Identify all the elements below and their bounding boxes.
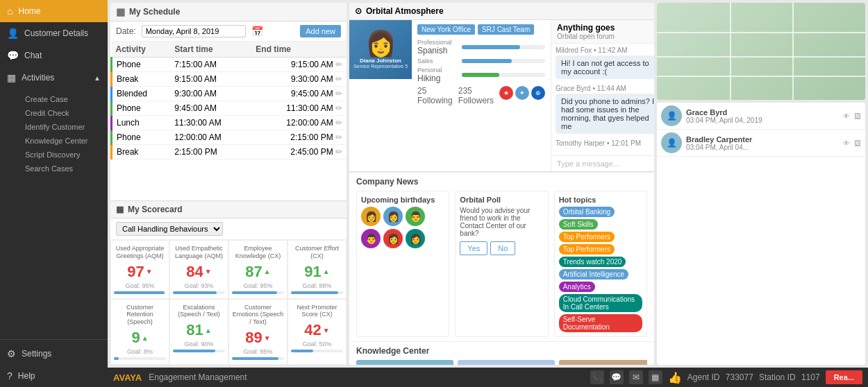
agent-avatar: 👩 Diana Johnston Service Representative … xyxy=(353,31,408,69)
hot-topic-tag[interactable]: Top Performers xyxy=(559,232,615,242)
knowledge-center-section: Knowledge Center ▶ Empathy in the Call C… xyxy=(349,341,654,365)
sidebar-item-home[interactable]: ⌂ Home xyxy=(0,0,108,22)
video-thumbnail[interactable]: ▶ xyxy=(356,360,453,365)
email-status-icon[interactable]: ✉ xyxy=(629,370,643,384)
sidebar-item-credit-check[interactable]: Credit Check xyxy=(19,106,108,120)
hot-topic-tag[interactable]: Trends watch 2020 xyxy=(559,257,626,267)
ready-button[interactable]: Rea... xyxy=(826,370,862,384)
down-arrow-icon: ▼ xyxy=(264,334,271,342)
chat-user-item[interactable]: 👤 Bradley Carpenter 03:04 PM, April 04..… xyxy=(657,130,865,157)
sidebar-item-identify-customer[interactable]: Identify Customer xyxy=(19,120,108,134)
road-h2 xyxy=(657,56,865,58)
chat-user-info: Bradley Carpenter 03:04 PM, April 04... xyxy=(686,135,839,151)
chat-user-item[interactable]: 👤 Grace Byrd 03:04 PM, April 04, 2019 👁 … xyxy=(657,103,865,130)
poll-no-button[interactable]: No xyxy=(490,241,515,255)
thumbs-up-icon[interactable]: 👍 xyxy=(668,371,682,384)
sidebar-item-activities[interactable]: ▦ Activities ▲ xyxy=(0,67,108,89)
progress-bar-fill xyxy=(291,291,338,294)
start-time-cell: 11:30:00 AM xyxy=(170,116,251,130)
progress-bar-fill xyxy=(114,291,165,294)
edit-icon[interactable]: ✏ xyxy=(335,60,342,69)
hot-topic-tag[interactable]: Analytics xyxy=(559,282,595,292)
map-display xyxy=(657,3,865,100)
hot-topic-tag[interactable]: Self-Serve Documentation xyxy=(559,314,642,332)
scorecard-value: 97▼ xyxy=(114,263,166,281)
progress-bar-fill xyxy=(232,291,277,294)
edit-icon[interactable]: ✏ xyxy=(335,103,342,113)
video-thumbnail[interactable]: ▶ xyxy=(559,360,647,365)
down-arrow-icon: ▼ xyxy=(205,268,212,275)
sidebar-item-chat[interactable]: 💬 Chat xyxy=(0,44,108,67)
schedule-header: ▦ My Schedule xyxy=(110,3,347,22)
edit-icon[interactable]: ✏ xyxy=(335,89,342,98)
skill-bar-bg xyxy=(462,45,545,49)
progress-bar-bg xyxy=(232,291,284,294)
scorecard-select[interactable]: Call Handling Behaviours xyxy=(116,222,223,236)
edit-icon[interactable]: ✏ xyxy=(335,147,342,157)
edit-icon[interactable]: ✏ xyxy=(335,132,342,142)
eye-icon[interactable]: 👁 xyxy=(843,112,850,120)
tab-ny-office[interactable]: New York Office xyxy=(417,24,475,35)
sidebar-item-help[interactable]: ? Help xyxy=(0,365,108,387)
hot-topic-tag[interactable]: Soft Skills xyxy=(559,219,598,230)
chat-user-name: Bradley Carpenter xyxy=(686,135,839,144)
up-arrow-icon: ▲ xyxy=(323,268,330,275)
phone-status-icon[interactable]: 📞 xyxy=(590,370,604,384)
schedule-body: Phone 7:15:00 AM 9:15:00 AM ✏ Break 9:15… xyxy=(112,58,347,160)
activity-status-icon[interactable]: ▦ xyxy=(649,370,662,384)
end-time-cell: 9:15:00 AM ✏ xyxy=(251,58,347,72)
scorecard-cell: Customer Effort (CX) 91▲ Goal: 88% xyxy=(287,240,347,299)
date-input[interactable] xyxy=(142,25,246,37)
add-new-button[interactable]: Add new xyxy=(300,25,341,37)
video-thumbnail[interactable]: ▶ xyxy=(458,360,555,365)
chat-user-avatar: 👤 xyxy=(661,132,682,153)
agent-id-info: Agent ID 733077 xyxy=(687,372,753,382)
poll-yes-button[interactable]: Yes xyxy=(460,241,487,255)
hot-topic-tag[interactable]: Artificial Intelligence xyxy=(559,269,628,280)
tab-srj[interactable]: SRJ Cast Team xyxy=(478,24,534,35)
sidebar-item-customer-details[interactable]: 👤 Customer Details xyxy=(0,22,108,44)
chat-message-input[interactable] xyxy=(557,160,653,168)
sidebar-item-search-cases[interactable]: Search Cases xyxy=(19,162,108,175)
sidebar-item-knowledge-center[interactable]: Knowledge Center xyxy=(19,134,108,148)
sidebar-item-create-case[interactable]: Create Case xyxy=(19,92,108,106)
scorecard-label: Next Promoter Score (CX) xyxy=(291,304,343,319)
avatar-4: 👨 xyxy=(361,229,381,248)
col-activity: Activity xyxy=(112,42,171,58)
road-v2 xyxy=(792,3,794,100)
eye-icon[interactable]: 👁 xyxy=(843,139,850,147)
chat-status-icon[interactable]: 💬 xyxy=(610,370,624,384)
right-col-inner: 👤 Grace Byrd 03:04 PM, April 04, 2019 👁 … xyxy=(657,3,865,365)
sidebar-item-script-discovery[interactable]: Script Discovery xyxy=(19,148,108,162)
person-icon: 👤 xyxy=(7,28,19,39)
right-column: 👤 Grace Byrd 03:04 PM, April 04, 2019 👁 … xyxy=(657,3,865,365)
product-name: Engagement Management xyxy=(149,372,247,382)
down-arrow-icon: ▼ xyxy=(146,268,153,275)
hot-topic-tag[interactable]: Cloud Communications In Call Centers xyxy=(559,294,642,312)
sidebar-item-settings[interactable]: ⚙ Settings xyxy=(0,343,108,365)
scorecard-label: Escalations (Speech / Text) xyxy=(173,304,225,319)
activity-cell: Phone xyxy=(112,58,171,72)
table-row: Blended 9:30:00 AM 9:45:00 AM ✏ xyxy=(112,87,347,101)
edit-icon[interactable]: ✏ xyxy=(335,74,342,84)
image-icon[interactable]: 🖼 xyxy=(854,112,861,120)
hot-topic-tag[interactable]: Orbital Banking xyxy=(559,207,615,217)
start-time-cell: 9:30:00 AM xyxy=(170,87,251,101)
skill-bar-fill xyxy=(462,45,520,49)
end-time-cell: 11:30:00 AM ✏ xyxy=(251,101,347,116)
calendar-icon[interactable]: 📅 xyxy=(251,26,263,37)
hot-topic-tag[interactable]: Top Performers xyxy=(559,244,615,255)
image-icon[interactable]: 🖼 xyxy=(854,139,861,147)
chevron-up-icon: ▲ xyxy=(94,74,101,82)
scorecard-cell: Used Empathetic Language (AQM) 84▼ Goal:… xyxy=(169,240,228,299)
scorecard-cell: Used Appropriate Greetings (AQM) 97▼ Goa… xyxy=(110,240,169,299)
activity-cell: Blended xyxy=(112,87,171,101)
scorecard-goal: Goal: 95% xyxy=(232,282,284,289)
station-id-info: Station ID 1107 xyxy=(759,372,820,382)
skill-personal: PersonalHiking xyxy=(417,67,545,83)
skill-bar-fill-2 xyxy=(462,59,512,63)
chat-user-info: Grace Byrd 03:04 PM, April 04, 2019 xyxy=(686,108,839,124)
table-row: Phone 7:15:00 AM 9:15:00 AM ✏ xyxy=(112,58,347,72)
settings-icon: ⚙ xyxy=(7,348,16,359)
edit-icon[interactable]: ✏ xyxy=(335,118,342,128)
